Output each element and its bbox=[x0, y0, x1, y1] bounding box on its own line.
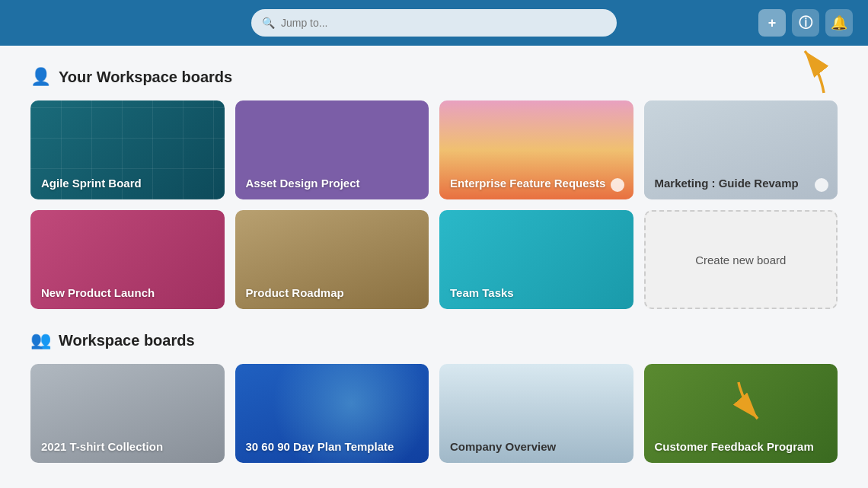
board-30-60-90[interactable]: 30 60 90 Day Plan Template bbox=[235, 364, 429, 463]
add-button[interactable]: + bbox=[758, 9, 786, 37]
search-bar[interactable]: 🔍 Jump to... bbox=[251, 9, 617, 37]
workspace-icon: 👤 bbox=[30, 67, 51, 87]
workspace-boards2-grid: 2021 T-shirt Collection 30 60 90 Day Pla… bbox=[30, 364, 838, 463]
board-marketing-title: Marketing : Guide Revamp bbox=[655, 176, 799, 191]
header-actions: + ⓘ 🔔 bbox=[758, 9, 853, 37]
board-tshirt[interactable]: 2021 T-shirt Collection bbox=[30, 364, 225, 463]
board-product-roadmap-title: Product Roadmap bbox=[246, 285, 344, 301]
board-company-title: Company Overview bbox=[450, 439, 556, 455]
board-team-tasks-title: Team Tasks bbox=[450, 285, 514, 301]
board-enterprise-title: Enterprise Feature Requests bbox=[450, 176, 605, 191]
board-team-tasks[interactable]: Team Tasks bbox=[439, 210, 633, 309]
board-30-60-90-title: 30 60 90 Day Plan Template bbox=[246, 439, 394, 455]
search-placeholder: Jump to... bbox=[281, 17, 327, 29]
board-asset-design[interactable]: Asset Design Project bbox=[235, 100, 429, 199]
header: 🔍 Jump to... + ⓘ 🔔 bbox=[0, 0, 868, 46]
workspace-boards2-section: 👥 Workspace boards 2021 T-shirt Collecti… bbox=[30, 330, 838, 463]
workspace-boards2-header: 👥 Workspace boards bbox=[30, 330, 838, 350]
board-customer-feedback[interactable]: Customer Feedback Program bbox=[644, 364, 838, 463]
info-button[interactable]: ⓘ bbox=[792, 9, 819, 37]
main-content: 👤 Your Workspace boards Agile Sprint Boa… bbox=[0, 46, 868, 478]
bell-button[interactable]: 🔔 bbox=[825, 9, 853, 37]
workspace2-title: Workspace boards bbox=[59, 332, 195, 349]
board-marketing-dot bbox=[815, 178, 828, 192]
board-new-product[interactable]: New Product Launch bbox=[30, 210, 225, 309]
board-customer-title: Customer Feedback Program bbox=[655, 439, 814, 455]
board-new-product-title: New Product Launch bbox=[41, 285, 155, 301]
search-icon: 🔍 bbox=[262, 17, 275, 29]
workspace-boards-header: 👤 Your Workspace boards bbox=[30, 67, 838, 87]
board-enterprise[interactable]: Enterprise Feature Requests bbox=[439, 100, 633, 199]
board-tshirt-title: 2021 T-shirt Collection bbox=[41, 439, 163, 455]
board-enterprise-dot bbox=[611, 178, 624, 192]
board-company-overview[interactable]: Company Overview bbox=[439, 364, 633, 463]
workspace-boards-grid: Agile Sprint Board Asset Design Project … bbox=[30, 100, 838, 309]
board-product-roadmap[interactable]: Product Roadmap bbox=[235, 210, 429, 309]
board-asset-title: Asset Design Project bbox=[246, 176, 360, 191]
board-agile-title: Agile Sprint Board bbox=[41, 176, 142, 191]
board-create-title: Create new board bbox=[695, 254, 786, 266]
board-marketing[interactable]: Marketing : Guide Revamp bbox=[644, 100, 838, 199]
workspace-title: Your Workspace boards bbox=[59, 69, 232, 86]
workspace2-icon: 👥 bbox=[30, 330, 51, 350]
board-create-new[interactable]: Create new board bbox=[644, 210, 838, 309]
board-agile-sprint[interactable]: Agile Sprint Board bbox=[30, 100, 225, 199]
